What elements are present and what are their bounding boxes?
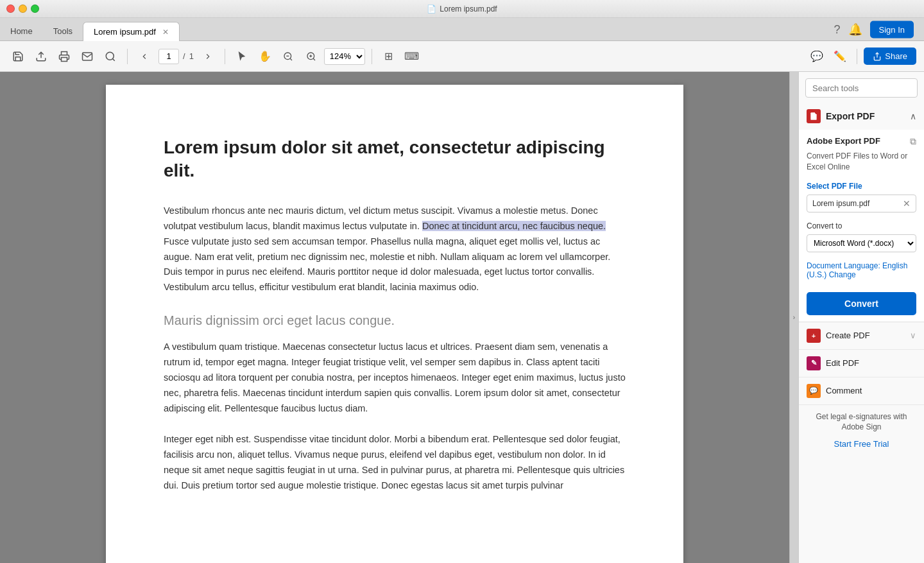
export-pdf-label: Export PDF <box>826 111 875 121</box>
page-number-input[interactable]: 1 <box>158 49 179 64</box>
copy-icon[interactable]: ⧉ <box>910 136 916 147</box>
page-separator: / <box>183 51 185 61</box>
filename-display: Lorem ipsum.pdf <box>812 199 869 208</box>
create-pdf-chevron: ∨ <box>910 331 916 340</box>
create-pdf-icon: + <box>807 329 821 343</box>
svg-line-3 <box>112 58 114 60</box>
export-pdf-header[interactable]: Export PDF ∧ <box>799 103 924 130</box>
tab-home[interactable]: Home <box>0 21 43 40</box>
maximize-button[interactable] <box>31 4 39 13</box>
pen-tool[interactable]: ✏️ <box>830 46 850 67</box>
minimize-button[interactable] <box>19 4 27 13</box>
doc-language: Document Language: English (U.S.) Change <box>807 261 916 279</box>
help-icon[interactable]: ? <box>834 22 841 36</box>
search-tools-input[interactable] <box>805 78 918 98</box>
pdf-paragraph-3: Integer eget nibh est. Suspendisse vitae… <box>164 432 626 494</box>
pdf-heading: Lorem ipsum dolor sit amet, consectetur … <box>164 136 626 183</box>
page-navigation: 1 / 1 <box>134 46 218 67</box>
tab-close-icon[interactable]: ✕ <box>162 28 169 37</box>
adjust-tool[interactable]: ⊞ <box>379 46 399 67</box>
notification-icon[interactable]: 🔔 <box>848 22 862 37</box>
zoom-select[interactable]: 124% 100% 75% 50% 150% <box>324 48 365 65</box>
adobe-export-title: Adobe Export PDF <box>807 136 880 146</box>
titlebar: 📄 Lorem ipsum.pdf <box>0 0 924 18</box>
create-pdf-item[interactable]: + Create PDF ∨ <box>799 322 924 350</box>
toolbar-divider-3 <box>372 49 372 64</box>
toolbar: 1 / 1 ✋ 124% 100% 75% 50% 150% ⊞ ⌨ 💬 ✏️ … <box>0 41 924 72</box>
edit-pdf-label: Edit PDF <box>826 358 859 368</box>
pdf-subheading: Mauris dignissim orci eget lacus congue. <box>164 313 626 328</box>
toolbar-divider-2 <box>225 49 225 64</box>
main-layout: Lorem ipsum dolor sit amet, consectetur … <box>0 72 924 563</box>
svg-rect-1 <box>62 57 67 61</box>
tabbar-right: ? 🔔 Sign In <box>834 21 914 38</box>
total-pages: 1 <box>189 51 194 61</box>
print-button[interactable] <box>54 46 74 67</box>
convert-to-label: Convert to <box>807 221 916 230</box>
email-button[interactable] <box>77 46 98 67</box>
comment-item[interactable]: 💬 Comment <box>799 377 924 405</box>
chevron-up-icon: ∧ <box>910 111 916 121</box>
pdf-icon-small: 📄 <box>427 4 436 13</box>
edit-pdf-icon: ✎ <box>807 356 821 370</box>
svg-line-5 <box>290 58 292 60</box>
change-language-link[interactable]: Change <box>829 270 856 279</box>
upload-button[interactable] <box>31 46 51 67</box>
select-pdf-label: Select PDF File <box>807 182 916 191</box>
tab-tools[interactable]: Tools <box>43 21 83 40</box>
save-button[interactable] <box>8 46 28 67</box>
highlighted-text: Donec at tincidunt arcu, nec faucibus ne… <box>422 221 606 231</box>
file-input-row[interactable]: Lorem ipsum.pdf ✕ <box>807 195 916 212</box>
zoom-in-button[interactable] <box>301 46 321 67</box>
tabbar: Home Tools Lorem ipsum.pdf ✕ ? 🔔 Sign In <box>0 18 924 41</box>
adobe-export-desc: Convert PDF Files to Word or Excel Onlin… <box>807 151 916 173</box>
edit-pdf-item[interactable]: ✎ Edit PDF <box>799 350 924 377</box>
search-button[interactable] <box>100 46 121 67</box>
signin-button[interactable]: Sign In <box>870 21 914 38</box>
share-button[interactable]: Share <box>864 48 916 65</box>
zoom-out-button[interactable] <box>278 46 298 67</box>
right-panel: Export PDF ∧ Adobe Export PDF ⧉ Convert … <box>798 72 924 563</box>
comment-label: Comment <box>826 386 862 395</box>
keyboard-tool[interactable]: ⌨ <box>402 46 422 67</box>
panel-collapse-handle[interactable]: › <box>789 72 798 563</box>
export-pdf-content: Adobe Export PDF ⧉ Convert PDF Files to … <box>799 130 924 322</box>
convert-to-select[interactable]: Microsoft Word (*.docx) Microsoft Excel … <box>807 234 916 252</box>
close-button[interactable] <box>6 4 15 13</box>
pdf-paragraph-2: A vestibulum quam tristique. Maecenas co… <box>164 340 626 417</box>
create-pdf-label: Create PDF <box>826 331 870 340</box>
window-title: 📄 Lorem ipsum.pdf <box>427 4 497 13</box>
svg-point-2 <box>106 52 114 60</box>
prev-page-button[interactable] <box>134 46 155 67</box>
pdf-viewer[interactable]: Lorem ipsum dolor sit amet, consectetur … <box>0 72 789 563</box>
panel-footer: Get legal e-signatures with Adobe Sign S… <box>799 405 924 456</box>
comment-icon: 💬 <box>807 384 821 398</box>
next-page-button[interactable] <box>198 46 218 67</box>
tab-document[interactable]: Lorem ipsum.pdf ✕ <box>83 22 180 41</box>
start-trial-link[interactable]: Start Free Trial <box>834 439 889 449</box>
collapse-arrow-icon: › <box>793 314 795 321</box>
clear-file-icon[interactable]: ✕ <box>903 198 911 209</box>
hand-tool[interactable]: ✋ <box>255 46 275 67</box>
pdf-page: Lorem ipsum dolor sit amet, consectetur … <box>106 85 683 563</box>
toolbar-divider-1 <box>127 49 128 64</box>
cursor-tool[interactable] <box>232 46 252 67</box>
export-pdf-icon <box>807 109 821 123</box>
convert-button[interactable]: Convert <box>807 292 916 315</box>
export-pdf-section: Export PDF ∧ Adobe Export PDF ⧉ Convert … <box>799 103 924 322</box>
window-controls[interactable] <box>6 4 39 13</box>
toolbar-divider-4 <box>857 49 857 64</box>
comment-tool[interactable]: 💬 <box>807 46 827 67</box>
svg-line-8 <box>313 58 315 60</box>
footer-text: Get legal e-signatures with Adobe Sign <box>807 411 916 433</box>
pdf-paragraph-1: Vestibulum rhoncus ante nec mauris dictu… <box>164 204 626 296</box>
